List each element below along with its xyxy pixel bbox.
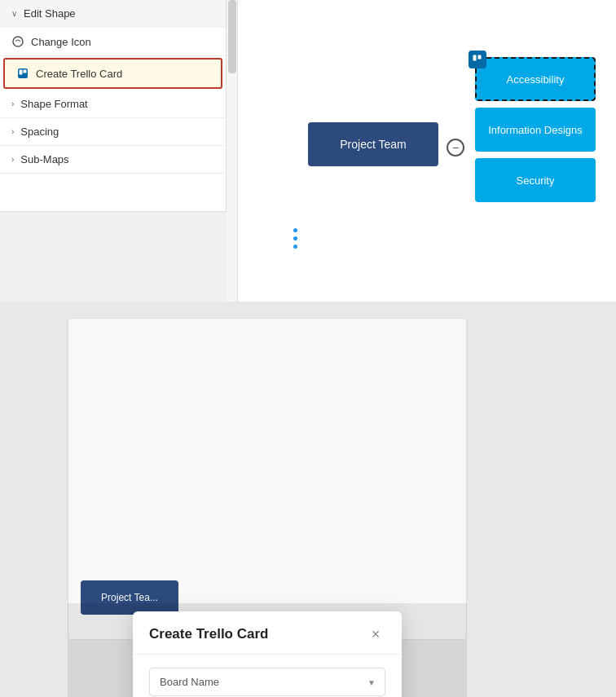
board-name-select-wrapper: Board Name <box>149 668 385 696</box>
connector-circle: − <box>447 139 464 157</box>
security-label: Security <box>517 174 555 187</box>
diagram-container: Project Team − Accessibility <box>292 41 616 220</box>
svg-rect-2 <box>20 70 23 75</box>
change-icon-icon <box>11 35 24 48</box>
shape-format-expand-icon: › <box>11 99 14 108</box>
mini-project-team-label: Project Tea... <box>101 592 158 603</box>
sub-maps-label: Sub-Maps <box>20 153 68 165</box>
spacing-menu[interactable]: › Spacing <box>0 118 226 146</box>
svg-rect-3 <box>24 70 27 73</box>
connector-symbol: − <box>452 142 459 153</box>
shape-format-menu[interactable]: › Shape Format <box>0 90 226 118</box>
svg-rect-6 <box>478 55 482 60</box>
shape-format-label: Shape Format <box>20 98 87 110</box>
edit-shape-menu[interactable]: ∨ Edit Shape <box>0 0 226 28</box>
create-trello-card-modal: Create Trello Card × Board Name Lane Mem… <box>133 611 402 697</box>
project-team-label: Project Team <box>340 138 406 151</box>
dot-1 <box>293 228 297 232</box>
information-designs-node[interactable]: Information Designs <box>475 108 596 152</box>
modal-close-button[interactable]: × <box>366 624 385 644</box>
mini-canvas: Project Tea... <box>68 318 467 640</box>
svg-point-0 <box>13 37 23 46</box>
vertical-dots <box>293 228 297 249</box>
create-trello-card-label: Create Trello Card <box>36 68 122 80</box>
change-icon-menu[interactable]: Change Icon <box>0 28 226 56</box>
spacing-expand-icon: › <box>11 127 14 136</box>
sub-maps-expand-icon: › <box>11 155 14 164</box>
modal-body: Board Name Lane Members <box>133 655 402 697</box>
modal-title: Create Trello Card <box>149 626 268 642</box>
dot-3 <box>293 245 297 249</box>
accessibility-label: Accessibility <box>507 73 565 86</box>
scrollbar-track[interactable] <box>227 0 238 302</box>
dot-2 <box>293 236 297 240</box>
accessibility-node[interactable]: Accessibility <box>475 57 596 101</box>
right-nodes: Accessibility Information Designs Securi… <box>475 57 596 202</box>
information-designs-label: Information Designs <box>488 124 583 136</box>
bottom-area: Project Tea... Create Trello Card × Boar… <box>0 302 616 697</box>
board-name-select[interactable]: Board Name <box>149 668 385 696</box>
canvas-area: Project Team − Accessibility <box>227 0 616 302</box>
modal-overlay: Create Trello Card × Board Name Lane Mem… <box>68 603 467 697</box>
create-trello-card-menu[interactable]: Create Trello Card <box>3 58 222 89</box>
trello-card-icon <box>16 67 29 80</box>
expand-arrow-icon: ∨ <box>11 9 17 18</box>
change-icon-label: Change Icon <box>31 36 91 48</box>
scrollbar-thumb[interactable] <box>228 0 236 73</box>
sub-maps-menu[interactable]: › Sub-Maps <box>0 146 226 174</box>
svg-rect-5 <box>473 55 477 61</box>
project-team-node[interactable]: Project Team <box>308 122 438 166</box>
spacing-label: Spacing <box>20 126 59 138</box>
edit-shape-label: Edit Shape <box>24 7 76 20</box>
trello-icon-overlay <box>469 51 486 68</box>
modal-header: Create Trello Card × <box>133 611 402 655</box>
accessibility-wrapper: Accessibility <box>475 57 596 101</box>
security-node[interactable]: Security <box>475 158 596 202</box>
left-panel: ∨ Edit Shape Change Icon Create Trello C… <box>0 0 227 212</box>
